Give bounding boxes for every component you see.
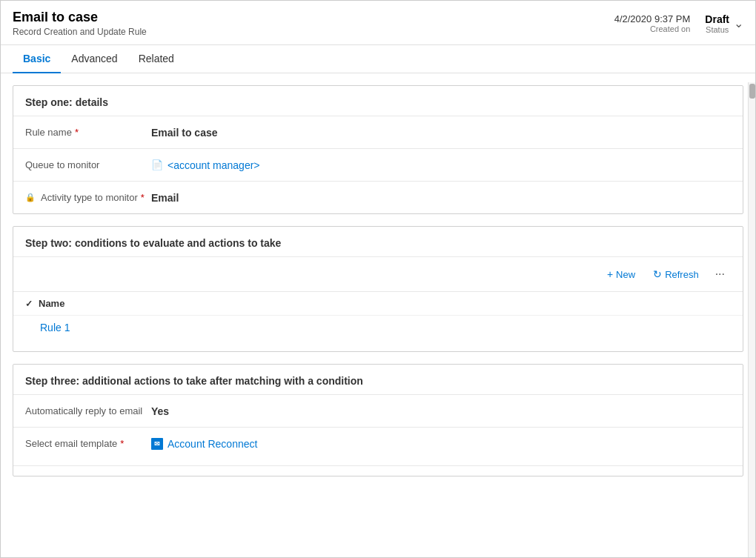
auto-reply-value: Yes xyxy=(151,405,731,417)
header-right: 4/2/2020 9:37 PM Created on Draft Status… xyxy=(614,13,743,34)
queue-label: Queue to monitor xyxy=(25,159,151,170)
more-options-button[interactable]: ··· xyxy=(709,263,731,285)
ellipsis-icon: ··· xyxy=(715,268,725,281)
status-dropdown-button[interactable]: ⌄ xyxy=(734,16,743,30)
table-row: Rule 1 xyxy=(13,315,743,339)
step-two-spacer xyxy=(13,339,743,351)
field-row-queue: Queue to monitor 📄 <account manager> xyxy=(13,148,743,181)
scrollbar-thumb[interactable] xyxy=(749,84,755,99)
check-icon: ✓ xyxy=(25,299,33,309)
template-icon: ✉ xyxy=(151,438,163,450)
step-one-title: Step one: details xyxy=(13,86,743,116)
status-label: Status xyxy=(705,25,729,34)
activity-type-required: * xyxy=(141,192,145,203)
scrollbar[interactable] xyxy=(748,82,755,558)
lock-icon: 🔒 xyxy=(25,193,36,202)
header-left: Email to case Record Creation and Update… xyxy=(13,10,147,37)
step-three-card: Step three: additional actions to take a… xyxy=(13,364,743,476)
main-content: Step one: details Rule name * Email to c… xyxy=(1,73,755,550)
plus-icon: + xyxy=(607,268,613,280)
step-three-footer xyxy=(13,465,743,476)
rule-name-link[interactable]: Rule 1 xyxy=(40,322,70,333)
rule-name-value: Email to case xyxy=(151,127,731,139)
created-label: Created on xyxy=(614,24,691,33)
rule-name-required: * xyxy=(75,127,79,138)
column-name-header: Name xyxy=(39,298,64,309)
refresh-icon: ↻ xyxy=(653,268,662,280)
header: Email to case Record Creation and Update… xyxy=(1,1,755,45)
status-info: Draft Status xyxy=(705,13,729,34)
tabs-bar: Basic Advanced Related xyxy=(1,45,755,73)
created-date: 4/2/2020 9:37 PM xyxy=(614,13,691,24)
auto-reply-label: Automatically reply to email xyxy=(25,405,151,416)
field-row-rule-name: Rule name * Email to case xyxy=(13,116,743,148)
header-meta: 4/2/2020 9:37 PM Created on xyxy=(614,13,691,33)
step-two-title: Step two: conditions to evaluate and act… xyxy=(13,227,743,256)
page-subtitle: Record Creation and Update Rule xyxy=(13,27,147,37)
step-one-card: Step one: details Rule name * Email to c… xyxy=(13,85,743,214)
tab-basic[interactable]: Basic xyxy=(13,45,61,73)
queue-icon: 📄 xyxy=(151,159,163,170)
tab-related[interactable]: Related xyxy=(128,45,185,73)
page-title: Email to case xyxy=(13,10,147,25)
status-value: Draft xyxy=(705,13,729,25)
tab-advanced[interactable]: Advanced xyxy=(61,45,127,73)
activity-type-value: Email xyxy=(151,192,731,204)
email-template-label: Select email template * xyxy=(25,438,151,449)
rule-name-label: Rule name * xyxy=(25,127,151,138)
step-two-toolbar: + New ↻ Refresh ··· xyxy=(13,256,743,291)
email-template-required: * xyxy=(120,438,124,449)
rule-table-header: ✓ Name xyxy=(13,291,743,315)
field-row-email-template: Select email template * ✉ Account Reconn… xyxy=(13,427,743,459)
new-button[interactable]: + New xyxy=(600,264,643,285)
step-three-title: Step three: additional actions to take a… xyxy=(13,365,743,394)
activity-type-label: 🔒 Activity type to monitor * xyxy=(25,192,151,203)
field-row-activity-type: 🔒 Activity type to monitor * Email xyxy=(13,181,743,213)
field-row-auto-reply: Automatically reply to email Yes xyxy=(13,394,743,427)
refresh-button-label: Refresh xyxy=(665,269,699,280)
refresh-button[interactable]: ↻ Refresh xyxy=(646,264,706,285)
step-two-card: Step two: conditions to evaluate and act… xyxy=(13,226,743,352)
email-template-value[interactable]: ✉ Account Reconnect xyxy=(151,438,731,450)
header-status: Draft Status ⌄ xyxy=(705,13,743,34)
queue-value[interactable]: 📄 <account manager> xyxy=(151,159,731,171)
new-button-label: New xyxy=(616,269,635,280)
